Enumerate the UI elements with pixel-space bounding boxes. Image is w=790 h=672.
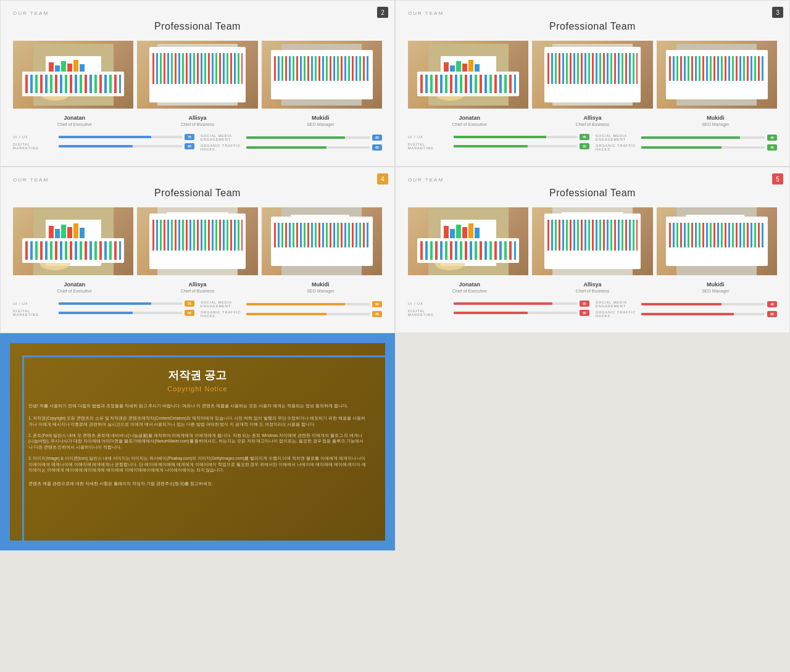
skills-left-2: UI / UX 75 DIGITAL MARKETING 60 [13, 134, 194, 154]
copyright-title-kr: 저작권 공고 [28, 368, 367, 383]
skills-left-5: UI / UX 80 DIGITAL MARKETING 60 [408, 301, 589, 320]
svg-rect-114 [705, 219, 711, 236]
svg-point-39 [434, 86, 465, 101]
svg-rect-100 [552, 207, 633, 275]
member-mukidi-5: Mukidi SEO Manager [654, 281, 777, 293]
skill-dm-4: DIGITAL MARKETING 60 [13, 309, 194, 317]
svg-rect-78 [216, 218, 223, 232]
our-team-label-4: OUR TEAM [13, 177, 382, 183]
skill-oth-2: ORGANIC TRAFFIC HACKS 65 [201, 144, 382, 151]
svg-rect-107 [611, 218, 618, 232]
svg-rect-42 [565, 53, 572, 65]
svg-point-99 [434, 255, 465, 270]
svg-rect-12 [179, 55, 186, 65]
svg-rect-71 [157, 207, 238, 275]
svg-point-90 [330, 254, 357, 266]
member-jonatan-2: Jonatan Chief of Executive [13, 115, 136, 127]
skills-4: UI / UX 75 DIGITAL MARKETING 60 SOCIAL M [13, 301, 382, 320]
svg-rect-3 [55, 65, 60, 81]
slide-number-5: 5 [772, 173, 783, 185]
svg-rect-66 [61, 225, 66, 244]
skill-ui-2: UI / UX 75 [13, 134, 194, 140]
skill-dm-2: DIGITAL MARKETING 60 [13, 143, 194, 150]
copyright-footer: 콘텐츠 제품 관련으로에 대한 자세한 사항은 플래이지 작성자 기법 관련주소… [28, 481, 367, 487]
member-jonatan-4: Jonatan Chief of Executive [13, 281, 136, 293]
skill-oth-4: ORGANIC TRAFFIC HACKS 65 [201, 310, 382, 318]
svg-rect-15 [207, 50, 214, 65]
skills-right-4: SOCIAL MEDIA ENGAGEMENT 80 ORGANIC TRAFF… [201, 301, 382, 320]
member-mukidi-2: Mukidi SEO Manager [259, 115, 382, 127]
svg-rect-113 [697, 224, 704, 236]
svg-rect-106 [602, 215, 609, 232]
svg-point-81 [204, 259, 228, 269]
svg-rect-80 [170, 249, 213, 251]
svg-rect-58 [720, 53, 726, 70]
svg-rect-54 [690, 56, 696, 70]
svg-rect-115 [712, 222, 718, 236]
skills-5: UI / UX 80 DIGITAL MARKETING 60 SOCIAL M [408, 301, 777, 320]
skill-sme-3: SOCIAL MEDIA ENGAGEMENT 40 [596, 134, 777, 141]
svg-rect-47 [611, 52, 618, 65]
slide-title-5: Professional Team [408, 188, 777, 199]
svg-rect-110 [676, 207, 757, 275]
copyright-item-1: 1. 저작권(Copyright) 모든 콘텐츠의 소유 및 저작권은 콘텐츠제… [28, 415, 367, 428]
svg-rect-52 [676, 44, 757, 106]
skills-left-3: UI / UX 65 DIGITAL MARKETING 60 [408, 134, 589, 154]
slide-5: 5 OUR TEAM Professional Team [395, 167, 790, 333]
copyright-item-2: 2. 폰트(Font) 일반스 내에 모 콘텐츠 폰트에 네비버나(나눔글꼴)을… [28, 433, 367, 450]
skills-right-2: SOCIAL MEDIA ENGAGEMENT 80 ORGANIC TRAFF… [201, 134, 382, 154]
copyright-title-en: Copyright Notice [28, 385, 367, 392]
copyright-section: 저작권 공고 Copyright Notice 안녕! 저를 사용하기 전에 다… [10, 343, 385, 541]
svg-rect-74 [179, 221, 186, 232]
member-allisya-2: Allisya Chief of Business [136, 115, 259, 127]
copyright-content: 저작권 공고 Copyright Notice 안녕! 저를 사용하기 전에 다… [28, 368, 367, 487]
svg-rect-19 [170, 86, 219, 88]
svg-point-8 [40, 86, 70, 101]
svg-rect-96 [462, 227, 467, 244]
svg-rect-68 [73, 223, 78, 244]
member-allisya-3: Allisya Chief of Business [531, 115, 654, 127]
svg-rect-17 [170, 78, 225, 80]
svg-rect-101 [562, 212, 623, 268]
skill-oth-3: ORGANIC TRAFFIC HACKS 40 [596, 144, 777, 151]
svg-point-20 [204, 91, 228, 101]
svg-point-30 [330, 84, 357, 96]
team-photo-2-slide5 [532, 207, 652, 275]
svg-rect-48 [565, 78, 620, 80]
team-names-2: Jonatan Chief of Executive Allisya Chief… [13, 115, 382, 127]
slide-number-2: 2 [377, 7, 388, 18]
svg-rect-33 [444, 62, 449, 81]
svg-rect-34 [450, 65, 455, 81]
svg-rect-6 [73, 60, 78, 81]
skill-sme-2: SOCIAL MEDIA ENGAGEMENT 80 [201, 134, 382, 141]
skill-ui-4: UI / UX 75 [13, 301, 194, 307]
team-photos-3 [408, 41, 777, 109]
svg-rect-13 [188, 51, 196, 65]
svg-rect-16 [216, 52, 223, 65]
slide-title-2: Professional Team [13, 21, 382, 32]
svg-rect-22 [291, 51, 349, 96]
skill-ui-3: UI / UX 65 [408, 134, 589, 140]
member-allisya-5: Allisya Chief of Business [531, 281, 654, 293]
svg-rect-50 [565, 86, 614, 88]
svg-rect-4 [61, 61, 66, 81]
slide-3: 3 OUR TEAM Professional Team [395, 0, 790, 167]
svg-rect-82 [281, 207, 362, 275]
svg-rect-75 [188, 217, 196, 232]
team-photo-3-slide5 [657, 207, 777, 275]
top-row: 2 OUR TEAM Professional Team [0, 0, 790, 167]
svg-rect-25 [310, 54, 316, 70]
svg-rect-49 [565, 82, 608, 84]
team-photo-2-slide3 [532, 41, 652, 109]
team-photo-1-slide3 [408, 41, 528, 109]
slide-title-3: Professional Team [408, 21, 777, 32]
svg-rect-27 [325, 53, 331, 70]
team-photo-3-slide2 [262, 41, 382, 109]
team-photo-2-slide4 [137, 207, 257, 275]
svg-rect-57 [712, 57, 718, 70]
skills-left-4: UI / UX 75 DIGITAL MARKETING 60 [13, 301, 194, 320]
team-photo-1-slide2 [13, 41, 133, 109]
svg-rect-14 [198, 54, 205, 65]
team-photos-4 [13, 207, 382, 275]
svg-rect-5 [67, 64, 72, 81]
